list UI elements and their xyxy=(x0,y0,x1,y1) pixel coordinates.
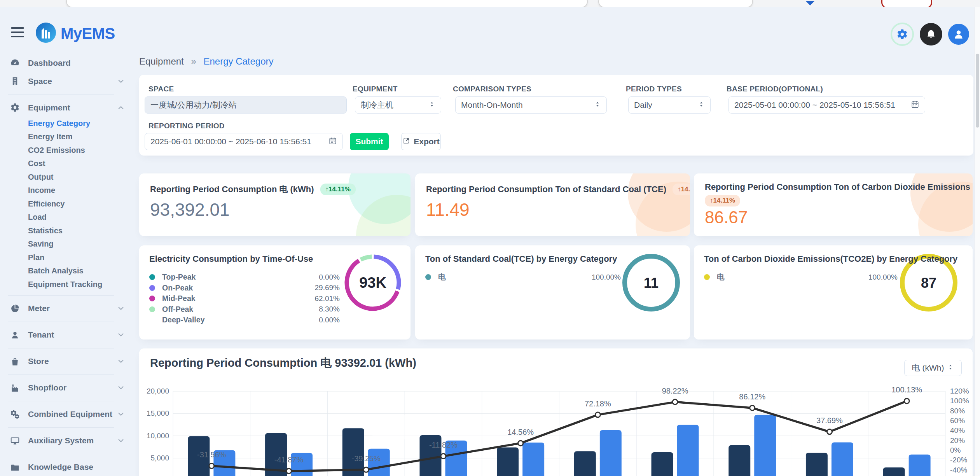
scrollbar-track[interactable] xyxy=(975,7,980,476)
svg-text:-11.82%: -11.82% xyxy=(429,441,458,449)
equipment-label: EQUIPMENT xyxy=(353,85,398,93)
sidebar-item-meter[interactable]: Meter xyxy=(0,299,138,318)
donut-chart-1: 93K xyxy=(342,252,404,315)
sidebar-item-statistics[interactable]: Statistics xyxy=(0,224,138,238)
sidebar-item-output[interactable]: Output xyxy=(0,170,138,184)
chevron-down-icon xyxy=(117,304,125,313)
period-types-label: PERIOD TYPES xyxy=(626,85,682,93)
breadcrumb: Equipment » Energy Category xyxy=(139,56,274,67)
stat-value: 86.67 xyxy=(705,208,962,227)
legend-dot xyxy=(425,274,431,280)
gear-icon xyxy=(10,103,22,112)
browser-record-pill-remnant xyxy=(881,0,932,7)
sidebar-divider xyxy=(8,295,114,296)
svg-text:-40%: -40% xyxy=(950,466,967,474)
sidebar-item-dashboard[interactable]: Dashboard xyxy=(0,54,138,72)
hamburger-menu-icon[interactable] xyxy=(11,27,24,37)
svg-text:86.12%: 86.12% xyxy=(739,392,765,401)
notifications-bell-icon[interactable] xyxy=(920,23,942,46)
legend-item[interactable]: On-Peak29.69% xyxy=(149,283,340,294)
sidebar-item-co2-emissions[interactable]: CO2 Emissions xyxy=(0,144,138,157)
chevron-down-icon xyxy=(117,77,125,86)
sidebar-item-equipment-tracking[interactable]: Equipment Tracking xyxy=(0,278,138,291)
svg-text:37.69%: 37.69% xyxy=(816,416,843,425)
svg-text:120%: 120% xyxy=(950,387,969,395)
sidebar-divider xyxy=(8,401,114,401)
building-icon xyxy=(10,76,22,86)
sidebar-item-combined-equipment[interactable]: Combined Equipment xyxy=(0,405,138,424)
submit-button[interactable]: Submit xyxy=(350,133,389,150)
sidebar-item-saving[interactable]: Saving xyxy=(0,238,138,251)
sidebar-item-load[interactable]: Load xyxy=(0,211,138,224)
stat-card-electricity: Reporting Period Consumption 电 (kWh) ↑14… xyxy=(139,173,411,236)
sidebar-item-income[interactable]: Income xyxy=(0,184,138,198)
sidebar-item-store[interactable]: Store xyxy=(0,352,138,371)
sidebar-item-auxiliary-system[interactable]: Auxiliary System xyxy=(0,432,138,450)
app-header: MyEMS xyxy=(0,7,980,46)
calendar-icon xyxy=(328,136,337,147)
breadcrumb-section[interactable]: Equipment xyxy=(139,56,184,66)
donut-legend-2: 电100.00% xyxy=(425,272,621,283)
chevron-down-icon xyxy=(117,383,125,392)
export-button[interactable]: Export xyxy=(401,133,441,150)
sidebar-item-batch-analysis[interactable]: Batch Analysis xyxy=(0,264,138,278)
settings-gear-icon[interactable] xyxy=(891,23,914,46)
svg-text:72.18%: 72.18% xyxy=(585,399,611,408)
bag-icon xyxy=(10,357,22,366)
legend-item[interactable]: Mid-Peak62.01% xyxy=(149,293,340,304)
sidebar-divider xyxy=(8,427,114,428)
unit-selector[interactable]: 电 (kWh) xyxy=(904,360,962,376)
svg-text:14.56%: 14.56% xyxy=(507,428,534,436)
pie-icon xyxy=(10,304,22,313)
reporting-period-input[interactable]: 2025-06-01 00:00:00 ~ 2025-06-10 15:56:5… xyxy=(145,133,343,150)
comparison-types-select[interactable]: Month-On-Month xyxy=(455,96,607,114)
period-types-select[interactable]: Daily xyxy=(628,96,711,114)
equipment-select[interactable]: 制冷主机 xyxy=(355,96,441,114)
sidebar-item-cost[interactable]: Cost xyxy=(0,157,138,171)
sidebar-divider xyxy=(8,348,114,348)
browser-chrome-strip xyxy=(0,0,980,7)
sidebar-item-efficiency[interactable]: Efficiency xyxy=(0,197,138,211)
user-avatar[interactable] xyxy=(948,24,969,45)
svg-text:20%: 20% xyxy=(950,436,965,444)
select-arrows-icon xyxy=(947,363,954,373)
legend-item[interactable]: Top-Peak0.00% xyxy=(149,272,340,283)
sidebar-item-plan[interactable]: Plan xyxy=(0,251,138,264)
svg-text:5,000: 5,000 xyxy=(150,454,169,462)
sidebar-item-energy-item[interactable]: Energy Item xyxy=(0,130,138,144)
sidebar-item-equipment[interactable]: Equipment xyxy=(0,98,138,117)
stat-title: Reporting Period Consumption Ton of Carb… xyxy=(705,182,973,192)
svg-text:100%: 100% xyxy=(950,397,969,405)
stat-card-tco2e: Reporting Period Consumption Ton of Carb… xyxy=(694,173,973,236)
svg-text:-39.25%: -39.25% xyxy=(352,454,381,463)
donut-legend-3: 电100.00% xyxy=(704,272,898,283)
legend-item[interactable]: 电100.00% xyxy=(704,272,898,283)
svg-text:-31.56%: -31.56% xyxy=(197,450,226,459)
export-icon xyxy=(402,137,410,147)
sidebar-item-tenant[interactable]: Tenant xyxy=(0,326,138,344)
chevron-down-icon xyxy=(117,410,125,418)
sidebar-item-space[interactable]: Space xyxy=(0,72,138,90)
legend-item[interactable]: Off-Peak8.30% xyxy=(149,304,340,315)
browser-searchbox-remnant xyxy=(598,0,753,7)
sidebar-item-shopfloor[interactable]: Shopfloor xyxy=(0,379,138,397)
space-input[interactable]: 一度城/公用动力/制冷站 xyxy=(145,96,347,114)
scrollbar-thumb[interactable] xyxy=(976,54,979,128)
select-arrows-icon xyxy=(594,100,601,110)
person-icon xyxy=(10,330,22,340)
stat-title: Reporting Period Consumption 电 (kWh) xyxy=(150,184,314,195)
legend-dot xyxy=(149,317,155,323)
donut-card-title: Ton of Carbon Dioxide Emissions(TCO2E) b… xyxy=(704,254,957,264)
svg-text:60%: 60% xyxy=(950,416,965,425)
base-period-input[interactable]: 2025-05-01 00:00:00 ~ 2025-05-10 15:56:5… xyxy=(728,96,925,114)
app-logo[interactable]: MyEMS xyxy=(36,23,115,44)
chevron-up-icon xyxy=(117,103,125,112)
legend-item[interactable]: Deep-Valley0.00% xyxy=(149,315,340,326)
stat-value: 93,392.01 xyxy=(150,200,400,220)
sidebar-item-energy-category[interactable]: Energy Category xyxy=(0,117,138,130)
legend-item[interactable]: 电100.00% xyxy=(425,272,621,283)
sidebar-item-knowledge-base[interactable]: Knowledge Base xyxy=(0,458,138,476)
breadcrumb-page[interactable]: Energy Category xyxy=(203,56,273,66)
svg-text:87: 87 xyxy=(921,275,936,291)
space-label: SPACE xyxy=(148,85,174,93)
